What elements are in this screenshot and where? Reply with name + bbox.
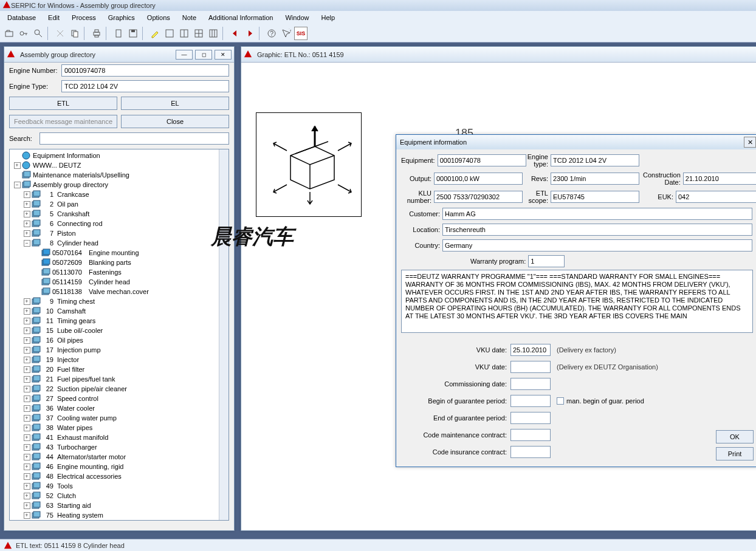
tb-grid2-icon[interactable]	[177, 27, 191, 40]
menu-options[interactable]: Options	[142, 13, 175, 22]
tree-sub-05113070[interactable]: 05113070Fastenings	[12, 267, 229, 277]
tb-copy-icon[interactable]	[68, 27, 81, 40]
tb-search-icon[interactable]	[32, 27, 45, 40]
country-input[interactable]	[442, 239, 752, 252]
tree-sub-05070164[interactable]: 05070164Engine mounting	[12, 248, 229, 258]
tb-grid1-icon[interactable]	[163, 27, 176, 40]
menu-process[interactable]: Process	[67, 13, 101, 22]
print-button[interactable]: Print	[716, 447, 754, 460]
tree-item-11[interactable]: +11Timing gears	[12, 316, 229, 326]
tb-grid3-icon[interactable]	[192, 27, 205, 40]
tree-www[interactable]: +WWW... DEUTZ	[12, 160, 229, 170]
warranty-program-input[interactable]	[528, 255, 565, 267]
tb-key-icon[interactable]	[17, 27, 30, 40]
right-window-titlebar[interactable]: Graphic: ETL No.: 0511 4159	[241, 47, 756, 63]
tree-sub-05118138[interactable]: 05118138Valve mechan.cover	[12, 287, 229, 296]
vku-input[interactable]	[510, 344, 551, 356]
engine-type-d-input[interactable]	[551, 154, 639, 166]
tree-item-38[interactable]: +38Water pipes	[12, 423, 229, 433]
euk-input[interactable]	[676, 191, 756, 203]
menu-edit[interactable]: Edit	[43, 13, 64, 22]
menu-note[interactable]: Note	[177, 13, 201, 22]
dialog-close-icon[interactable]: ✕	[744, 137, 756, 148]
tree-item-36[interactable]: +36Water cooler	[12, 403, 229, 413]
engine-type-input[interactable]	[61, 80, 229, 92]
klu-input[interactable]	[434, 191, 523, 203]
location-input[interactable]	[442, 224, 752, 236]
tree-scrollbar[interactable]	[219, 149, 229, 520]
eog-input[interactable]	[510, 412, 551, 424]
minimize-icon[interactable]: —	[176, 50, 193, 60]
left-window-titlebar[interactable]: Assembly group directory — ◻ ✕	[4, 47, 234, 63]
tree-item-22[interactable]: +22Suction pipe/air cleaner	[12, 384, 229, 394]
tree-item-2[interactable]: +2Oil pan	[12, 199, 229, 209]
tree-sub-05114159[interactable]: 05114159Cylinder head	[12, 277, 229, 287]
customer-input[interactable]	[442, 208, 752, 220]
tree-maintenance[interactable]: Maintenance materials/Upselling	[12, 170, 229, 180]
construction-input[interactable]	[683, 173, 756, 185]
menu-graphics[interactable]: Graphics	[103, 13, 140, 22]
vku2-input[interactable]	[510, 361, 551, 373]
tree-item-21[interactable]: +21Fuel pipes/fuel tank	[12, 374, 229, 384]
ok-button[interactable]: OK	[716, 430, 754, 443]
tree-item-8[interactable]: −8Cylinder head	[12, 238, 229, 248]
etl-button[interactable]: ETL	[9, 97, 117, 110]
tb-whatsthis-icon[interactable]: ?	[280, 27, 293, 40]
close-button[interactable]: Close	[121, 115, 229, 128]
tree-item-10[interactable]: +10Camshaft	[12, 306, 229, 316]
tree-item-44[interactable]: +44Alternator/starter motor	[12, 452, 229, 462]
tb-open-icon[interactable]	[2, 27, 16, 40]
menu-additional[interactable]: Additional Information	[204, 13, 278, 22]
tree-item-37[interactable]: +37Cooling water pump	[12, 413, 229, 423]
close-icon[interactable]: ✕	[215, 50, 232, 60]
tree-item-27[interactable]: +27Speed control	[12, 394, 229, 403]
maximize-icon[interactable]: ◻	[195, 50, 212, 60]
maint-input[interactable]	[510, 429, 551, 441]
engine-number-input[interactable]	[61, 64, 229, 77]
tb-highlight-icon[interactable]	[148, 27, 162, 40]
tb-print-icon[interactable]	[90, 27, 103, 40]
tb-sis-icon[interactable]: SIS	[294, 27, 308, 40]
tree-equipment-info[interactable]: Equipment Information	[12, 151, 229, 160]
tree-item-46[interactable]: +46Engine mounting, rigid	[12, 462, 229, 471]
tb-back-icon[interactable]	[229, 27, 242, 40]
tree-item-7[interactable]: +7Piston	[12, 228, 229, 238]
bog-input[interactable]	[510, 395, 551, 407]
tree-item-19[interactable]: +19Injector	[12, 355, 229, 364]
tb-help-icon[interactable]: ?	[265, 27, 278, 40]
man-bog-checkbox[interactable]: man. begin of guar. period	[557, 397, 644, 405]
tb-cut-icon[interactable]	[53, 27, 67, 40]
tb-save-icon[interactable]	[126, 27, 140, 40]
tree-item-9[interactable]: +9Timing chest	[12, 296, 229, 306]
dialog-titlebar[interactable]: Equipment information ✕	[396, 135, 756, 149]
tree-sub-05072609[interactable]: 05072609Blanking parts	[12, 258, 229, 267]
tree-item-75[interactable]: +75Heating system	[12, 510, 229, 520]
comm-input[interactable]	[510, 378, 551, 390]
revs-input[interactable]	[551, 173, 639, 185]
output-input[interactable]	[434, 173, 523, 185]
tree-item-15[interactable]: +15Lube oil/-cooler	[12, 326, 229, 335]
equipment-input[interactable]	[438, 154, 526, 166]
search-input[interactable]	[40, 132, 229, 145]
tb-new-icon[interactable]	[112, 27, 125, 40]
tree-item-49[interactable]: +49Tools	[12, 481, 229, 491]
tree-item-1[interactable]: +1Crankcase	[12, 190, 229, 199]
tb-forward-icon[interactable]	[243, 27, 256, 40]
menu-help[interactable]: Help	[317, 13, 340, 22]
tree-item-52[interactable]: +52Clutch	[12, 491, 229, 501]
el-button[interactable]: EL	[121, 97, 229, 110]
tree-item-48[interactable]: +48Electrical accessories	[12, 471, 229, 481]
tree-item-43[interactable]: +43Turbocharger	[12, 442, 229, 452]
feedback-button[interactable]: Feedback message maintenance	[9, 115, 117, 128]
etlscope-input[interactable]	[551, 191, 639, 203]
tree-item-41[interactable]: +41Exhaust manifold	[12, 433, 229, 442]
tree-item-5[interactable]: +5Crankshaft	[12, 209, 229, 219]
tree-item-63[interactable]: +63Starting aid	[12, 501, 229, 510]
tree-item-20[interactable]: +20Fuel filter	[12, 364, 229, 374]
tree-agd[interactable]: −Assembly group directory	[12, 180, 229, 190]
menu-database[interactable]: Database	[2, 13, 41, 22]
tree-item-6[interactable]: +6Connecting rod	[12, 219, 229, 228]
tb-grid4-icon[interactable]	[207, 27, 220, 40]
warranty-text[interactable]: ===DEUTZ WARRANTY PROGRAMME "1"=== ===ST…	[401, 270, 753, 333]
tree-item-16[interactable]: +16Oil pipes	[12, 335, 229, 345]
